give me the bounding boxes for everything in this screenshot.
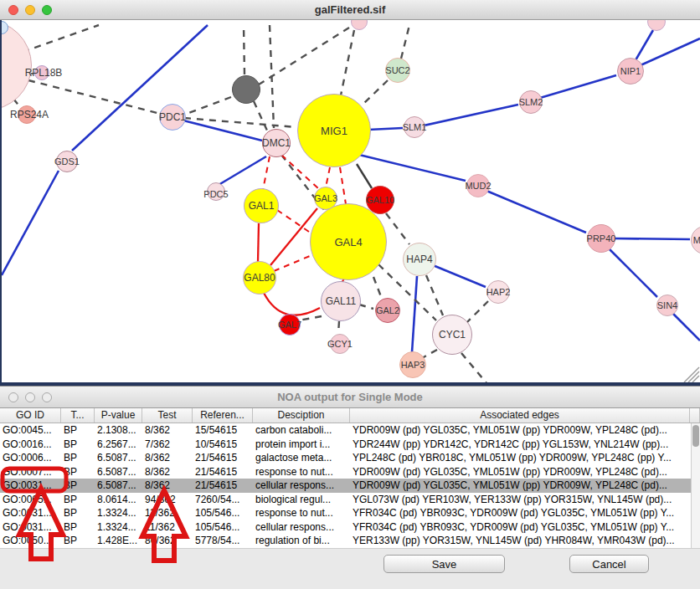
edge-blue xyxy=(433,265,486,287)
node-GAL4[interactable] xyxy=(310,203,387,280)
cell-go_id: GO:0050... xyxy=(0,534,61,548)
network-edges xyxy=(0,20,700,382)
node-NIP1[interactable] xyxy=(617,58,644,85)
node-SLM2[interactable] xyxy=(519,90,543,114)
table-header: GO IDT...P-valueTestReferen...Desciption… xyxy=(0,408,700,423)
edge-red xyxy=(258,223,259,262)
node-GAL10[interactable] xyxy=(366,186,394,214)
edge-dashed xyxy=(422,350,437,358)
edge-reddash xyxy=(340,167,346,204)
cell-description: response to nut... xyxy=(253,506,350,520)
cell-p_value: 2.1308... xyxy=(95,423,142,438)
node-GAL7[interactable] xyxy=(279,314,301,335)
node-PDC5[interactable] xyxy=(207,182,225,201)
node-GAL1[interactable] xyxy=(244,188,279,223)
cell-reference: 105/546... xyxy=(193,506,253,520)
cell-edges: YER133W (pp) YOR315W, YNL145W (pd) YHR08… xyxy=(350,534,690,548)
node-gray-node[interactable] xyxy=(232,75,260,104)
column-header-associated-edges[interactable]: Associated edges xyxy=(350,408,690,423)
cell-description: galactose meta... xyxy=(253,451,350,465)
node-PDC1[interactable] xyxy=(159,104,186,131)
table-row-1[interactable]: GO:0016...BP6.2567...7/36210/54615protei… xyxy=(0,438,700,452)
save-button[interactable]: Save xyxy=(383,555,505,573)
edge-dashed xyxy=(461,353,487,382)
cell-reference: 21/54615 xyxy=(193,465,253,479)
column-header-go-id[interactable]: GO ID xyxy=(0,408,61,423)
cell-type: BP xyxy=(61,493,95,507)
node-RPL18B[interactable] xyxy=(34,65,49,80)
cancel-button[interactable]: Cancel xyxy=(569,555,649,573)
column-header-referen-[interactable]: Referen... xyxy=(193,408,253,423)
edge-blue xyxy=(72,25,208,151)
cell-description: response to nut... xyxy=(253,465,350,479)
network-titlebar: galFiltered.sif xyxy=(0,0,700,20)
vertical-scrollbar[interactable] xyxy=(691,423,700,548)
column-header-t-[interactable]: T... xyxy=(61,408,95,423)
cell-test: 11/362 xyxy=(142,506,193,520)
cell-edges: YDR009W (pd) YGL035C, YML051W (pp) YDR00… xyxy=(350,423,690,438)
node-RPS24A[interactable] xyxy=(18,105,36,124)
edge-blue xyxy=(219,156,266,185)
edge-blue xyxy=(424,105,518,125)
column-header-test[interactable]: Test xyxy=(142,408,193,423)
cell-edges: YDR244W (pp) YDR142C, YDR142C (pp) YGL15… xyxy=(350,438,690,452)
edge-dashed xyxy=(299,316,322,320)
node-SUC2[interactable] xyxy=(385,58,410,83)
edge-blue xyxy=(368,128,403,130)
cell-go_id: GO:0007... xyxy=(0,465,61,479)
table-row-6[interactable]: GO:0031...BP1.3324...11/362105/546...res… xyxy=(0,506,700,520)
edge-reddash xyxy=(274,256,310,271)
edge-blue xyxy=(359,155,466,181)
node-HAP4[interactable] xyxy=(403,243,436,276)
node-SIN4[interactable] xyxy=(656,294,678,316)
node-HAP2[interactable] xyxy=(486,280,510,304)
node-DMC1[interactable] xyxy=(262,129,291,157)
node-GAL11[interactable] xyxy=(321,281,361,321)
cell-go_id: GO:0045... xyxy=(0,423,61,438)
cell-edges: YPL248C (pd) YBR018C, YML051W (pp) YDR00… xyxy=(350,451,690,465)
column-header-desciption[interactable]: Desciption xyxy=(253,408,350,423)
cell-edges: YDR009W (pd) YGL035C, YML051W (pp) YDR00… xyxy=(350,479,690,493)
edge-dashed xyxy=(386,213,409,244)
cell-edges: YDR009W (pd) YGL035C, YML051W (pp) YDR00… xyxy=(350,465,690,479)
edge-red xyxy=(264,293,320,315)
table-row-2[interactable]: GO:0006...BP6.5087...8/36221/54615galact… xyxy=(0,451,700,465)
node-GDS1[interactable] xyxy=(56,151,78,172)
node-GAL80[interactable] xyxy=(243,261,276,294)
cell-p_value: 6.5087... xyxy=(95,479,142,493)
node-CYC1[interactable] xyxy=(432,315,472,355)
cell-test: 94/362 xyxy=(142,493,193,507)
table-row-3[interactable]: GO:0007...BP6.5087...8/36221/54615respon… xyxy=(0,465,700,479)
cell-type: BP xyxy=(61,438,95,452)
cell-reference: 7260/54... xyxy=(193,493,253,507)
table-row-8[interactable]: GO:0050...BP1.428E...80/3625778/54...reg… xyxy=(0,534,700,548)
node-GAL2[interactable] xyxy=(375,298,400,323)
noa-window-title: NOA output for Single Mode xyxy=(0,387,700,407)
column-header-p-value[interactable]: P-value xyxy=(95,408,142,423)
scrollbar-thumb[interactable] xyxy=(692,425,699,447)
node-SLM1[interactable] xyxy=(404,116,425,138)
node-HAP3[interactable] xyxy=(399,351,426,378)
edge-blue xyxy=(540,75,616,98)
edge-blue xyxy=(2,171,59,275)
cell-description: cellular respons... xyxy=(253,479,350,493)
table-row-4[interactable]: GO:0031...BP6.5087...8/36221/54615cellul… xyxy=(0,479,700,493)
dialog-footer: Save Cancel xyxy=(0,548,700,589)
edge-dashed xyxy=(373,277,382,299)
node-GCY1[interactable] xyxy=(330,334,350,354)
network-canvas[interactable]: RPL18BRPS24AGDS1PDC1MIG1DMC1SUC2SLM1SLM2… xyxy=(0,20,700,386)
node-PRP40[interactable] xyxy=(587,224,615,253)
cell-go_id: GO:0016... xyxy=(0,438,61,452)
table-row-7[interactable]: GO:0031...BP1.3324...11/362105/546...cel… xyxy=(0,520,700,535)
edge-dashed xyxy=(362,80,388,105)
cell-reference: 5778/54... xyxy=(193,534,253,548)
edge-dashed xyxy=(359,305,373,309)
cell-p_value: 6.5087... xyxy=(95,465,142,479)
node-MUD2[interactable] xyxy=(466,174,490,197)
cell-type: BP xyxy=(61,520,95,535)
edge-dashed xyxy=(466,301,488,323)
table-row-0[interactable]: GO:0045...BP2.1308...8/36215/54615carbon… xyxy=(0,423,700,438)
node-MIG1[interactable] xyxy=(297,94,371,167)
cell-test: 8/362 xyxy=(142,465,193,479)
table-row-5[interactable]: GO:0065...BP8.0614...94/3627260/54...bio… xyxy=(0,493,700,507)
